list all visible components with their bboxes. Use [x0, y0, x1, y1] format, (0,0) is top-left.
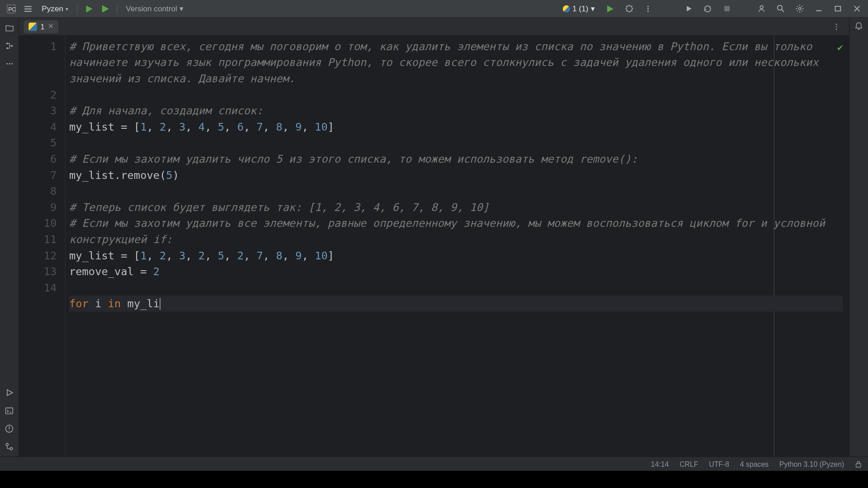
svg-rect-24 [856, 463, 861, 467]
interpreter[interactable]: Python 3.10 (Pyzen) [779, 460, 844, 468]
svg-point-7 [760, 6, 763, 9]
toolbar-separator [77, 3, 77, 14]
main-area: 1 ✕ ✔ 1234567891011121314 # Приветствую … [0, 18, 868, 457]
vcs-tool-icon[interactable] [3, 440, 16, 453]
right-tool-rail [849, 18, 868, 457]
app-logo[interactable]: PC [4, 1, 19, 16]
project-tool-icon[interactable] [3, 21, 16, 34]
svg-point-22 [836, 26, 837, 27]
svg-point-21 [836, 23, 837, 25]
python-file-icon [28, 22, 37, 30]
svg-point-5 [647, 10, 649, 12]
run-tool-icon[interactable] [3, 386, 16, 399]
svg-rect-10 [835, 6, 840, 11]
notifications-icon[interactable] [854, 21, 863, 30]
svg-point-8 [777, 5, 782, 10]
close-button[interactable] [849, 1, 864, 16]
project-name: Pyzen [42, 4, 63, 13]
play-button[interactable] [681, 1, 696, 16]
more-actions-button[interactable] [640, 1, 656, 16]
code-editor[interactable]: ✔ 1234567891011121314 # Приветствую всех… [19, 36, 849, 456]
status-bar: 14:14 CRLF UTF-8 4 spaces Python 3.10 (P… [0, 456, 868, 471]
ai-assistant-indicator[interactable]: 1 (1) ▾ [559, 4, 599, 13]
search-button[interactable] [773, 1, 788, 16]
chevron-down-icon: ▾ [66, 6, 69, 12]
editor-column: 1 ✕ ✔ 1234567891011121314 # Приветствую … [19, 18, 849, 457]
minimize-button[interactable] [811, 1, 826, 16]
file-encoding[interactable]: UTF-8 [709, 460, 729, 468]
svg-rect-17 [6, 408, 13, 413]
svg-point-19 [6, 443, 8, 445]
svg-point-9 [798, 7, 801, 9]
editor-tabbar: 1 ✕ [19, 18, 849, 36]
debug-run-button[interactable] [98, 1, 113, 16]
svg-point-14 [6, 63, 8, 65]
svg-rect-6 [724, 6, 730, 11]
tab-more-icon[interactable] [829, 19, 844, 34]
version-control-dropdown[interactable]: Version control ▾ [121, 1, 189, 16]
run-toolbar-button[interactable] [602, 1, 618, 16]
python-icon [563, 5, 570, 12]
svg-point-4 [647, 8, 649, 9]
debug-button[interactable] [621, 1, 637, 16]
svg-point-16 [11, 63, 12, 65]
version-control-label: Version control [126, 4, 177, 13]
settings-button[interactable] [792, 1, 807, 16]
structure-tool-icon[interactable] [3, 39, 16, 52]
problems-tool-icon[interactable] [3, 422, 16, 435]
terminal-tool-icon[interactable] [3, 404, 16, 417]
project-dropdown[interactable]: Pyzen ▾ [37, 1, 74, 16]
line-gutter: 1234567891011121314 [19, 36, 66, 456]
hamburger-menu-icon[interactable] [20, 1, 36, 16]
readonly-lock-icon[interactable] [855, 460, 862, 468]
indent-setting[interactable]: 4 spaces [740, 460, 769, 468]
svg-point-2 [626, 6, 632, 12]
svg-point-23 [836, 28, 837, 30]
toolbar-separator [117, 3, 118, 14]
ai-count: 1 (1) [572, 4, 588, 13]
svg-point-3 [647, 5, 649, 7]
code-area[interactable]: # Приветствую всех, сегодня мы поговорим… [66, 36, 849, 456]
code-with-me-button[interactable] [754, 1, 769, 16]
ide-window: PC Pyzen ▾ Version control ▾ [0, 0, 868, 471]
close-tab-icon[interactable]: ✕ [48, 23, 53, 30]
left-tool-rail [0, 18, 19, 457]
stop-button[interactable] [719, 1, 734, 16]
run-button[interactable] [81, 1, 97, 16]
maximize-button[interactable] [830, 1, 845, 16]
svg-text:PC: PC [8, 6, 16, 12]
line-separator[interactable]: CRLF [679, 460, 698, 468]
rerun-button[interactable] [700, 1, 715, 16]
more-tools-icon[interactable] [3, 57, 16, 70]
svg-point-20 [10, 447, 12, 450]
editor-tab[interactable]: 1 ✕ [24, 20, 58, 33]
cursor-position[interactable]: 14:14 [651, 460, 669, 468]
main-toolbar: PC Pyzen ▾ Version control ▾ [0, 0, 868, 18]
svg-point-15 [9, 63, 10, 65]
chevron-down-icon: ▾ [591, 4, 595, 13]
chevron-down-icon: ▾ [179, 4, 184, 13]
tab-label: 1 [41, 22, 45, 30]
